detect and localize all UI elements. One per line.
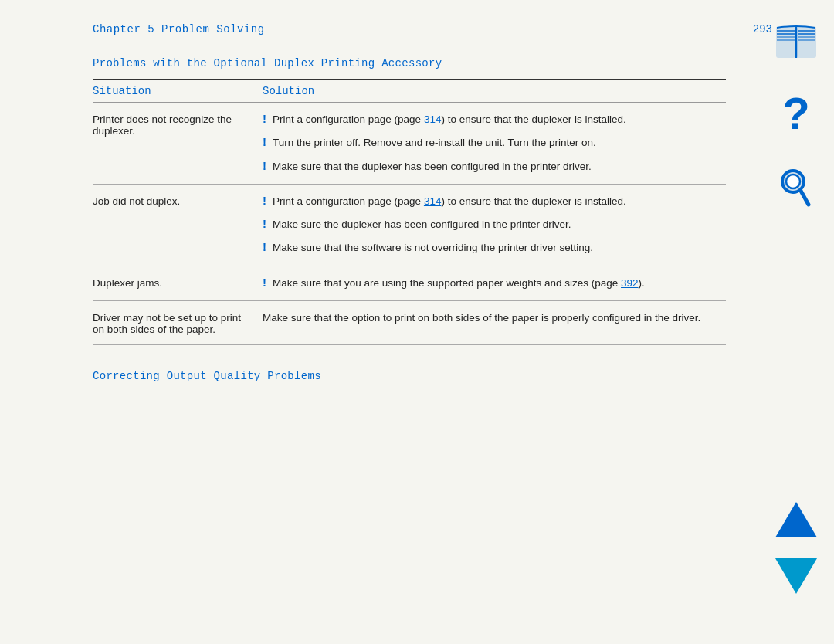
solution-text: Turn the printer off. Remove and re-inst…: [273, 135, 596, 151]
svg-marker-15: [775, 502, 817, 537]
table-header-row: Situation Solution: [93, 79, 726, 103]
svg-point-13: [786, 175, 800, 188]
chapter-title: Chapter 5 Problem Solving: [93, 23, 265, 36]
magnifier-icon[interactable]: [776, 166, 816, 213]
situation-cell: Driver may not be set up to print on bot…: [93, 310, 263, 335]
svg-rect-1: [798, 28, 815, 57]
situation-cell: Job did not duplex.: [93, 194, 263, 256]
page-number: 293: [753, 23, 772, 36]
solution-text: Print a configuration page (page 314) to…: [273, 194, 626, 209]
arrow-up-icon[interactable]: [774, 500, 819, 541]
svg-line-14: [801, 191, 809, 205]
solution-item: ! Make sure that you are using the suppo…: [263, 276, 726, 291]
page-link-314-2[interactable]: 314: [424, 195, 442, 207]
bullet-icon: !: [263, 194, 266, 207]
col-solution-header: Solution: [263, 85, 726, 97]
solution-cell: ! Make sure that you are using the suppo…: [263, 276, 726, 291]
solution-text: Make sure that the software is not overr…: [273, 240, 593, 256]
sidebar-icons: ?: [774, 23, 819, 213]
bullet-icon: !: [263, 276, 266, 289]
bullet-icon: !: [263, 217, 266, 230]
solution-item: ! Print a configuration page (page 314) …: [263, 194, 726, 209]
solution-cell: Make sure that the option to print on bo…: [263, 310, 726, 335]
situation-cell: Duplexer jams.: [93, 276, 263, 291]
sidebar-arrows: [774, 500, 819, 598]
svg-text:?: ?: [782, 93, 809, 138]
table-row: Job did not duplex. ! Print a configurat…: [93, 185, 726, 266]
page-link-314-1[interactable]: 314: [424, 114, 442, 125]
solution-item: ! Print a configuration page (page 314) …: [263, 112, 726, 127]
solution-cell: ! Print a configuration page (page 314) …: [263, 194, 726, 256]
bullet-icon: !: [263, 240, 266, 253]
table-row: Printer does not recognize the duplexer.…: [93, 103, 726, 185]
situation-cell: Printer does not recognize the duplexer.: [93, 112, 263, 175]
book-icon[interactable]: [774, 23, 819, 66]
page-link-392[interactable]: 392: [621, 277, 639, 289]
solution-text: Make sure that you are using the support…: [273, 276, 645, 291]
bullet-icon: !: [263, 135, 266, 148]
solution-item: ! Make sure that the duplexer has been c…: [263, 159, 726, 175]
section-title: Problems with the Optional Duplex Printi…: [93, 57, 772, 69]
solution-text: Make sure that the option to print on bo…: [263, 310, 700, 326]
solution-text: Print a configuration page (page 314) to…: [273, 112, 626, 127]
solution-item: ! Make sure that the software is not ove…: [263, 240, 726, 256]
bullet-icon: !: [263, 159, 266, 172]
solution-text: Make sure that the duplexer has been con…: [273, 159, 592, 175]
bullet-icon: !: [263, 112, 266, 125]
solution-text: Make sure the duplexer has been configur…: [273, 217, 571, 232]
footer-link[interactable]: Correcting Output Quality Problems: [93, 370, 772, 382]
solution-cell: ! Print a configuration page (page 314) …: [263, 112, 726, 175]
svg-marker-16: [775, 558, 817, 594]
arrow-down-icon[interactable]: [774, 557, 819, 598]
table-row: Duplexer jams. ! Make sure that you are …: [93, 266, 726, 301]
col-situation-header: Situation: [93, 85, 263, 97]
question-icon[interactable]: ?: [779, 93, 813, 138]
table-row: Driver may not be set up to print on bot…: [93, 301, 726, 345]
solution-item: ! Turn the printer off. Remove and re-in…: [263, 135, 726, 151]
svg-rect-0: [777, 28, 795, 57]
solution-item: Make sure that the option to print on bo…: [263, 310, 726, 326]
duplex-problems-table: Situation Solution Printer does not reco…: [93, 79, 726, 345]
solution-item: ! Make sure the duplexer has been config…: [263, 217, 726, 232]
